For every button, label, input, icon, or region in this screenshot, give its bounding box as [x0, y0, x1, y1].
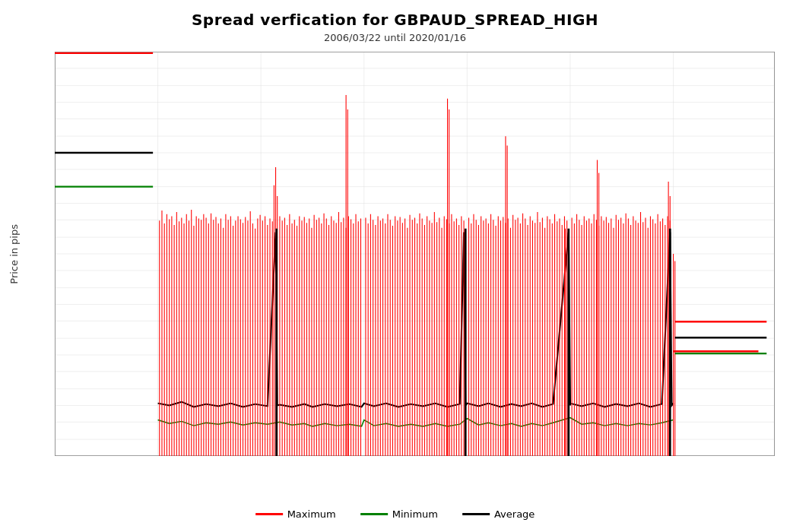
legend-minimum: Minimum — [360, 508, 438, 520]
legend-maximum: Maximum — [255, 508, 336, 520]
legend-avg-line — [462, 513, 490, 515]
chart-container: Spread verfication for GBPAUD_SPREAD_HIG… — [0, 0, 790, 532]
chart-svg: Sunday Monday Tuesday Wednesday Thursday… — [55, 52, 775, 456]
legend-max-line — [255, 513, 283, 515]
chart-legend: Maximum Minimum Average — [255, 508, 535, 520]
chart-title: Spread verfication for GBPAUD_SPREAD_HIG… — [0, 0, 790, 29]
legend-max-label: Maximum — [287, 508, 336, 520]
chart-area: Sunday Monday Tuesday Wednesday Thursday… — [55, 52, 775, 456]
legend-min-line — [360, 513, 388, 515]
legend-avg-label: Average — [494, 508, 535, 520]
legend-average: Average — [462, 508, 535, 520]
y-axis-ticks — [17, 52, 53, 456]
legend-min-label: Minimum — [392, 508, 438, 520]
chart-subtitle: 2006/03/22 until 2020/01/16 — [0, 32, 790, 43]
